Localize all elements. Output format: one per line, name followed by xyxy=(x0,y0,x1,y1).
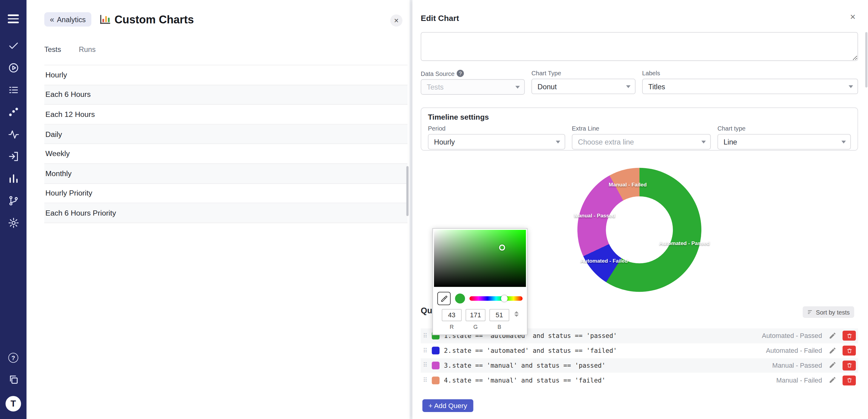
timeline-chart-type-select[interactable]: Line xyxy=(717,134,851,149)
chevron-down-icon xyxy=(515,86,520,89)
donut-slice-label: Manual - Passed xyxy=(574,212,616,218)
import-icon[interactable] xyxy=(7,151,20,163)
delete-query-button[interactable] xyxy=(842,375,856,385)
delete-query-button[interactable] xyxy=(842,346,856,356)
scatter-dots-icon[interactable] xyxy=(7,106,20,118)
chevron-down-icon xyxy=(848,85,853,88)
chart-type-field: Chart Type Donut xyxy=(531,70,636,95)
query-list: ⠿ 1. state == 'automated' and status == … xyxy=(421,329,858,388)
donut-chart: Automated - PassedAutomated - FailedManu… xyxy=(577,168,702,292)
chevron-down-icon xyxy=(841,141,846,143)
list-item[interactable]: Daily xyxy=(44,124,408,144)
list-item[interactable]: Each 6 Hours Priority xyxy=(44,203,408,223)
query-number: 3. xyxy=(444,362,452,369)
timeline-settings: Timeline settings Period Hourly Extra Li… xyxy=(421,108,858,151)
query-label: Manual - Passed xyxy=(772,362,822,369)
sort-by-tests-button[interactable]: Sort by tests xyxy=(803,306,854,318)
bar-chart-emoji-icon xyxy=(100,15,110,24)
chart-type-select[interactable]: Donut xyxy=(531,79,636,94)
hue-slider[interactable] xyxy=(469,296,523,301)
labels-label: Labels xyxy=(642,70,858,77)
hue-handle[interactable] xyxy=(501,295,508,302)
drag-handle-icon[interactable]: ⠿ xyxy=(423,377,431,384)
blue-input[interactable] xyxy=(489,309,509,321)
check-icon[interactable] xyxy=(7,40,20,52)
trash-icon xyxy=(846,378,852,384)
extra-line-field: Extra Line Choose extra line xyxy=(572,125,711,149)
current-color-swatch xyxy=(455,294,465,304)
query-code: state == 'manual' and status == 'failed' xyxy=(452,377,776,384)
back-to-analytics-button[interactable]: « Analytics xyxy=(44,12,91,26)
chevron-down-icon xyxy=(556,141,560,143)
edit-pencil-icon[interactable] xyxy=(829,376,837,384)
eyedropper-icon xyxy=(440,295,448,302)
drawer-scrollbar[interactable] xyxy=(865,32,867,87)
page-title: Custom Charts xyxy=(115,13,194,26)
edit-pencil-icon[interactable] xyxy=(829,347,837,355)
edit-pencil-icon[interactable] xyxy=(829,361,837,369)
period-label: Period xyxy=(428,125,565,132)
query-label: Automated - Passed xyxy=(762,332,822,340)
format-toggle-icon[interactable] xyxy=(513,311,519,317)
sidebar: ? T xyxy=(0,0,27,419)
data-source-select[interactable]: Tests xyxy=(421,79,525,95)
drawer-close-button[interactable]: ✕ xyxy=(850,13,856,21)
timeline-chart-type-label: Chart type xyxy=(717,125,851,132)
list-checks-icon[interactable] xyxy=(7,84,20,96)
data-source-label: Data Source xyxy=(421,70,455,77)
add-query-button[interactable]: + Add Query xyxy=(423,399,473,412)
help-circle-icon[interactable]: ? xyxy=(8,353,18,362)
green-label: G xyxy=(473,324,478,330)
drag-handle-icon[interactable]: ⠿ xyxy=(423,362,431,369)
saturation-handle[interactable] xyxy=(499,244,505,250)
drag-handle-icon[interactable]: ⠿ xyxy=(423,347,431,354)
back-button-label: Analytics xyxy=(57,15,86,23)
labels-select[interactable]: Titles xyxy=(642,79,858,94)
drag-handle-icon[interactable]: ⠿ xyxy=(423,332,431,339)
play-circle-icon[interactable] xyxy=(7,62,20,74)
query-color-swatch[interactable] xyxy=(432,362,440,369)
query-color-swatch[interactable] xyxy=(432,377,440,384)
delete-query-button[interactable] xyxy=(842,360,856,370)
query-code: state == 'manual' and status == 'passed' xyxy=(452,362,772,369)
query-code: state == 'automated' and status == 'fail… xyxy=(452,347,766,355)
list-item[interactable]: Weekly xyxy=(44,144,408,164)
extra-line-select[interactable]: Choose extra line xyxy=(572,134,711,149)
sort-icon xyxy=(807,309,813,315)
bar-chart-icon[interactable] xyxy=(7,173,20,185)
donut-slice-label: Automated - Passed xyxy=(659,240,710,246)
activity-pulse-icon[interactable] xyxy=(7,128,20,141)
list-item[interactable]: Each 6 Hours xyxy=(44,85,408,105)
saturation-area[interactable] xyxy=(434,230,526,287)
list-item[interactable]: Hourly Priority xyxy=(44,184,408,203)
query-color-swatch[interactable] xyxy=(432,347,440,355)
tab-runs[interactable]: Runs xyxy=(79,46,96,54)
delete-query-button[interactable] xyxy=(842,331,856,341)
chart-type-label: Chart Type xyxy=(531,70,636,77)
help-icon[interactable]: ? xyxy=(457,70,464,77)
red-input[interactable] xyxy=(442,309,462,321)
extra-line-label: Extra Line xyxy=(572,125,711,132)
panel-scrollbar[interactable] xyxy=(406,166,408,216)
edit-chart-drawer: Edit Chart ✕ Data Source? Tests Chart Ty… xyxy=(412,0,868,419)
period-select[interactable]: Hourly xyxy=(428,134,565,149)
list-item[interactable]: Each 12 Hours xyxy=(44,105,408,124)
list-item[interactable]: Hourly xyxy=(44,65,408,85)
query-number: 4. xyxy=(444,377,452,384)
green-input[interactable] xyxy=(466,309,486,321)
tab-tests[interactable]: Tests xyxy=(44,46,61,54)
timeline-settings-title: Timeline settings xyxy=(428,113,851,121)
data-source-field: Data Source? Tests xyxy=(421,70,525,95)
panel-close-button[interactable]: ✕ xyxy=(390,14,402,26)
chart-text-input[interactable] xyxy=(421,32,858,61)
git-branch-icon[interactable] xyxy=(7,195,20,207)
edit-pencil-icon[interactable] xyxy=(829,332,837,340)
eyedropper-button[interactable] xyxy=(437,292,451,305)
gear-icon[interactable] xyxy=(7,217,20,229)
hamburger-menu-icon[interactable] xyxy=(8,12,19,25)
red-channel: R xyxy=(442,309,462,330)
app-logo[interactable]: T xyxy=(5,396,21,411)
copy-icon[interactable] xyxy=(7,373,20,386)
blue-label: B xyxy=(497,324,501,330)
list-item[interactable]: Monthly xyxy=(44,164,408,184)
